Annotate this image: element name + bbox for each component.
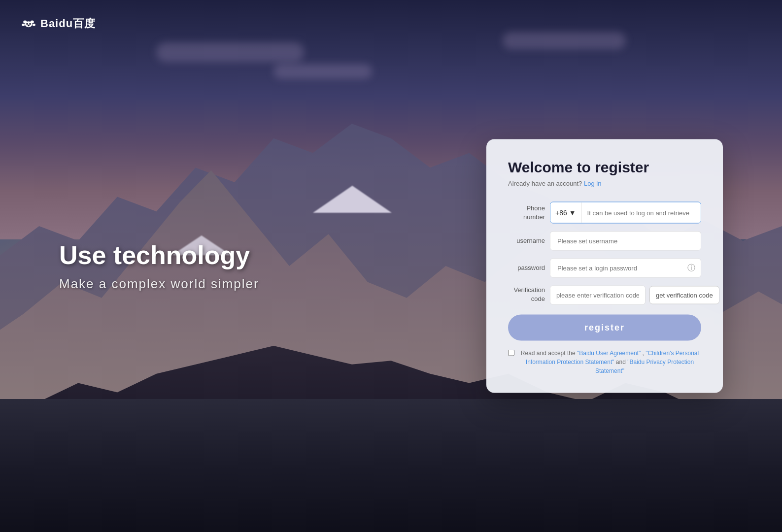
agreement-read-text: Read and accept the [521, 350, 577, 357]
phone-input-group: +86 ▼ [550, 202, 701, 224]
password-form-group: password ⓘ [508, 259, 701, 278]
username-input-wrap [550, 232, 701, 251]
logo-area: Baidu百度 [20, 15, 96, 33]
cloud-2 [273, 64, 372, 79]
verification-input-wrap: get verification code [550, 286, 719, 305]
verification-inputs-row: get verification code [550, 286, 719, 305]
baidu-brand-text: Baidu百度 [40, 16, 96, 31]
verification-code-input[interactable] [550, 286, 646, 305]
login-link[interactable]: Log in [584, 180, 601, 187]
username-form-group: username [508, 232, 701, 251]
register-button[interactable]: register [508, 315, 701, 341]
svg-point-5 [26, 23, 28, 25]
dropdown-arrow-icon: ▼ [569, 209, 576, 217]
login-link-row: Already have an account? Log in [508, 180, 701, 187]
phone-code-value: +86 [555, 209, 567, 217]
verification-label: Verification code [508, 286, 550, 303]
agreement-and-text: and [616, 359, 627, 366]
password-toggle-icon[interactable]: ⓘ [687, 263, 695, 273]
verification-form-group: Verification code get verification code [508, 286, 701, 305]
agreement-row: Read and accept the "Baidu User Agreemen… [508, 349, 701, 375]
svg-point-7 [28, 25, 30, 27]
agreement-checkbox[interactable] [508, 350, 514, 356]
phone-code-select[interactable]: +86 ▼ [550, 202, 581, 223]
password-field-wrap: ⓘ [550, 259, 701, 278]
cloud-3 [503, 32, 626, 49]
snow-peak-2 [313, 186, 392, 213]
already-account-text: Already have an account? [508, 180, 582, 187]
username-label: username [508, 236, 550, 245]
get-code-button[interactable]: get verification code [649, 286, 719, 304]
hero-text: Use technology Make a complex world simp… [59, 240, 259, 292]
register-panel: Welcome to register Already have an acco… [486, 139, 723, 393]
phone-input-wrap: +86 ▼ [550, 202, 701, 224]
phone-number-input[interactable] [581, 204, 701, 221]
svg-point-4 [33, 24, 35, 26]
password-input[interactable] [550, 259, 701, 278]
svg-point-6 [29, 23, 31, 25]
password-label: password [508, 264, 550, 272]
cloud-1 [156, 42, 304, 62]
panel-title: Welcome to register [508, 159, 701, 176]
glacier [0, 399, 782, 532]
agreement-text: Read and accept the "Baidu User Agreemen… [518, 349, 701, 375]
hero-subtitle: Make a complex world simpler [59, 277, 259, 292]
phone-form-group: Phone number +86 ▼ [508, 202, 701, 224]
username-input[interactable] [550, 232, 701, 251]
svg-point-3 [22, 24, 25, 26]
baidu-logo-icon [20, 15, 37, 33]
user-agreement-link[interactable]: "Baidu User Agreement" [577, 350, 641, 357]
svg-point-1 [23, 20, 27, 23]
password-input-wrap: ⓘ [550, 259, 701, 278]
phone-label: Phone number [508, 203, 550, 221]
svg-point-2 [31, 20, 34, 23]
hero-title: Use technology [59, 240, 259, 270]
